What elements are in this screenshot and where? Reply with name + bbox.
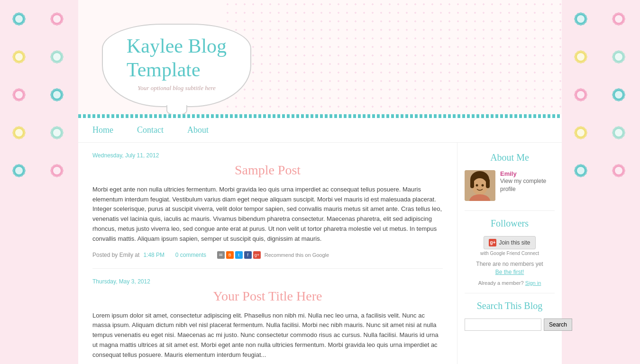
post-1-title: Sample Post	[92, 163, 443, 178]
flower-decoration	[600, 0, 638, 38]
about-me-section: About Me	[465, 152, 555, 201]
followers-section: Followers g+ Join this site with Google …	[465, 218, 555, 286]
share-facebook-icon[interactable]: f	[244, 251, 252, 259]
flower-decoration	[562, 76, 600, 114]
google-connect-text: with Google Friend Connect	[465, 251, 555, 256]
flower-decoration	[562, 0, 600, 38]
blog-post-2: Thursday, May 3, 2012 Your Post Title He…	[92, 278, 443, 360]
svg-rect-146	[470, 179, 474, 188]
svg-point-104	[577, 91, 585, 99]
share-blog-icon[interactable]: B	[226, 251, 234, 259]
svg-point-41	[53, 91, 61, 99]
no-members-text: There are no members yet	[465, 261, 555, 267]
flower-decoration	[562, 114, 600, 152]
post-1-byline: Posted by Emily at	[92, 252, 139, 258]
nav-item-home[interactable]: Home	[92, 125, 113, 135]
content-area: Wednesday, July 11, 2012 Sample Post Mor…	[78, 143, 562, 364]
header-divider	[78, 114, 562, 118]
share-email-icon[interactable]: ✉	[217, 251, 225, 259]
flower-decoration	[600, 76, 638, 114]
flower-decoration	[600, 152, 638, 190]
flower-decoration	[600, 114, 638, 152]
search-title: Search This Blog	[465, 300, 555, 311]
nav-list: Home Contact About	[92, 125, 548, 135]
svg-point-97	[615, 53, 622, 61]
flower-decoration	[38, 76, 76, 114]
svg-point-143	[476, 184, 478, 186]
blog-title-line1: Kaylee Blog	[127, 35, 227, 57]
recommend-text-1: Recommend this on Google	[265, 252, 329, 258]
about-me-box: Emily View my complete profile	[465, 170, 555, 201]
blog-post-1: Wednesday, July 11, 2012 Sample Post Mor…	[92, 152, 443, 259]
site-header: Kaylee Blog Template Your optional blog …	[78, 0, 562, 114]
sidebar-divider-2	[465, 293, 555, 293]
posts-column: Wednesday, July 11, 2012 Sample Post Mor…	[78, 143, 457, 364]
flower-decoration	[38, 114, 76, 152]
svg-point-27	[53, 53, 61, 61]
flower-decoration	[38, 38, 76, 76]
post-1-footer: Posted by Emily at 1:48 PM 0 comments ✉ …	[92, 251, 443, 259]
avatar	[465, 170, 495, 201]
post-1-date: Wednesday, July 11, 2012	[92, 152, 443, 159]
about-me-text: Emily View my complete profile	[500, 170, 555, 193]
author-name[interactable]: Emily	[500, 170, 555, 177]
right-flower-column	[562, 0, 640, 364]
share-twitter-icon[interactable]: t	[235, 251, 243, 259]
svg-point-125	[615, 129, 622, 136]
nav-link-about[interactable]: About	[187, 125, 209, 135]
nav-link-home[interactable]: Home	[92, 125, 113, 135]
flower-decoration	[0, 76, 38, 114]
followers-title: Followers	[465, 218, 555, 229]
post-2-body: Lorem ipsum dolor sit amet, consectetur …	[92, 311, 443, 360]
svg-point-34	[15, 91, 23, 99]
blog-subtitle: Your optional blog subtitle here	[127, 84, 227, 92]
search-section: Search This Blog Search	[465, 300, 555, 331]
flower-decoration	[0, 0, 38, 38]
svg-point-111	[615, 91, 622, 99]
sidebar: About Me	[457, 143, 562, 364]
svg-rect-147	[486, 179, 490, 188]
svg-point-6	[15, 15, 23, 23]
nav-item-about[interactable]: About	[187, 125, 209, 135]
post-1-time[interactable]: 1:48 PM	[143, 252, 165, 258]
share-gplus-icon[interactable]: g+	[253, 251, 261, 259]
nav-link-contact[interactable]: Contact	[137, 125, 164, 135]
blog-title: Kaylee Blog Template	[127, 34, 227, 82]
svg-point-55	[53, 129, 61, 136]
main-content-wrapper: Kaylee Blog Template Your optional blog …	[78, 0, 562, 364]
already-member-text: Already a member? Sign in	[465, 280, 555, 286]
search-box-row: Search	[465, 318, 555, 331]
blog-title-container: Kaylee Blog Template Your optional blog …	[102, 24, 251, 107]
svg-point-76	[577, 15, 585, 23]
flower-decoration	[0, 38, 38, 76]
search-input[interactable]	[465, 318, 541, 331]
main-nav: Home Contact About	[78, 118, 562, 143]
post-divider-1	[92, 268, 443, 269]
svg-point-83	[615, 15, 622, 23]
svg-point-69	[53, 167, 61, 174]
left-flower-column	[0, 0, 78, 364]
already-member-label: Already a member?	[478, 280, 524, 286]
view-profile-link[interactable]: View my complete profile	[500, 177, 555, 193]
svg-point-144	[482, 184, 484, 186]
svg-point-118	[577, 129, 585, 136]
post-2-title: Your Post Title Here	[92, 289, 443, 304]
be-first-link[interactable]: Be the first!	[465, 269, 555, 275]
join-site-label: Join this site	[499, 239, 530, 246]
sign-in-link[interactable]: Sign in	[525, 280, 541, 286]
nav-item-contact[interactable]: Contact	[137, 125, 164, 135]
blog-title-line2: Template	[127, 59, 201, 81]
join-site-button[interactable]: g+ Join this site	[484, 236, 535, 249]
flower-decoration	[562, 38, 600, 76]
flower-decoration	[562, 152, 600, 190]
svg-point-90	[577, 53, 585, 61]
flower-decoration	[600, 38, 638, 76]
flower-decoration	[38, 0, 76, 38]
svg-point-13	[53, 15, 61, 23]
post-1-body: Morbi eget ante non nulla ultricies ferm…	[92, 185, 443, 244]
post-1-comments[interactable]: 0 comments	[175, 252, 206, 258]
page-wrapper: Kaylee Blog Template Your optional blog …	[0, 0, 640, 364]
svg-point-62	[15, 167, 23, 174]
about-me-title: About Me	[465, 152, 555, 163]
search-button[interactable]: Search	[544, 318, 572, 331]
